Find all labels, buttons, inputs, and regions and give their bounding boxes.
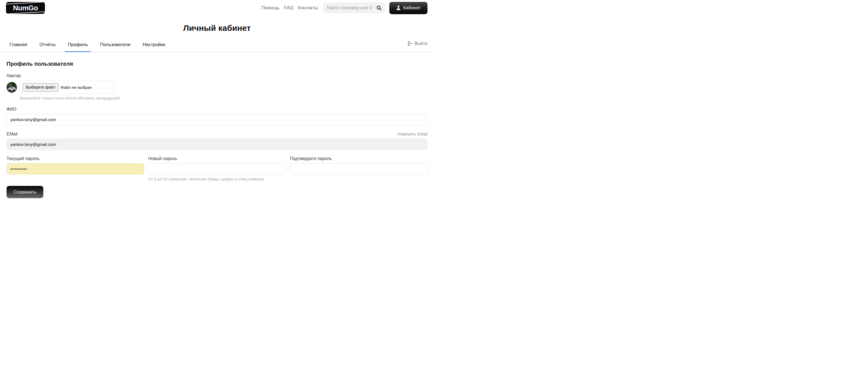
nav-link-help[interactable]: Помощь [261,5,280,11]
email-input[interactable] [6,139,428,150]
logout-icon [408,41,413,46]
full-name-input[interactable] [6,114,428,125]
nav-link-contacts[interactable]: Контакты [298,5,318,11]
profile-form: Профиль пользователя Аватар Выберите фай… [0,61,434,198]
choose-file-button[interactable]: Выберите файл [23,83,59,92]
avatar-file-input[interactable]: Выберите файл Файл не выбран [20,81,115,94]
email-label-row: EMail Изменить EMail [6,132,428,137]
person-icon [396,5,401,10]
logout-label: Выйти [415,41,428,46]
tab-profile[interactable]: Профиль [65,39,91,52]
change-email-link[interactable]: Изменить EMail [398,132,428,136]
current-password-label: Текущий пароль [6,156,144,161]
new-password-hint: От 6 до 50 символов: латинские буквы, ци… [148,177,286,181]
new-password-input[interactable] [148,163,286,175]
tab-reports[interactable]: Отчёты [36,39,59,52]
avatar-row: Выберите файл Файл не выбран [6,81,428,94]
search-input[interactable] [323,2,372,13]
avatar [6,82,17,93]
cabinet-button-label: Кабинет [403,5,421,11]
header-right: Помощь FAQ Контакты Кабинет [261,2,428,14]
current-password-input[interactable] [6,163,144,175]
confirm-password-label: Подтвердите пароль [290,156,428,161]
new-password-label: Новый пароль [148,156,286,161]
confirm-password-column: Подтвердите пароль [290,156,428,181]
tab-main[interactable]: Главная [6,39,30,52]
tab-users[interactable]: Пользователи [97,39,133,52]
full-name-label: ФИО [6,107,428,112]
save-button[interactable]: Сохранить [6,186,43,198]
new-password-column: Новый пароль От 6 до 50 символов: латинс… [148,156,286,181]
page: NumGo Помощь FAQ Контакты Кабинет [0,0,434,198]
password-fields: Текущий пароль Новый пароль От 6 до 50 с… [6,156,428,181]
numgo-logo[interactable]: NumGo [6,2,45,14]
current-password-column: Текущий пароль [6,156,144,181]
header: NumGo Помощь FAQ Контакты Кабинет [0,0,434,16]
file-status-text: Файл не выбран [61,85,92,90]
page-title: Личный кабинет [0,24,434,33]
search-box [323,2,385,13]
search-icon[interactable] [376,5,382,11]
tab-bar: Главная Отчёты Профиль Пользователи Наст… [0,39,434,52]
confirm-password-input[interactable] [290,163,428,175]
cabinet-button[interactable]: Кабинет [389,2,428,14]
tab-settings[interactable]: Настройки [140,39,168,52]
avatar-label: Аватар [6,73,428,78]
logo-text: NumGo [13,4,38,12]
nav-link-faq[interactable]: FAQ [284,5,293,11]
logout-link[interactable]: Выйти [408,41,428,46]
avatar-hint: Загружайте только если хотите обновить п… [19,96,428,100]
section-title: Профиль пользователя [6,61,428,67]
email-label: EMail [6,132,18,137]
